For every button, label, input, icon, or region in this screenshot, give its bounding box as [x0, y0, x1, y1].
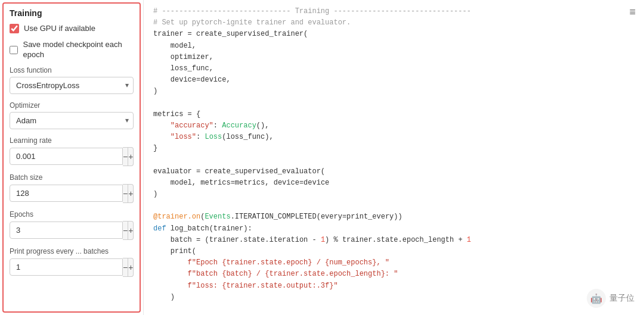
save-checkpoint-label[interactable]: Save model checkpoint each epoch: [23, 40, 134, 60]
batch-size-decrement-button[interactable]: −: [123, 184, 128, 203]
print-every-input[interactable]: [10, 258, 123, 276]
use-gpu-checkbox[interactable]: [10, 24, 19, 33]
epochs-stepper: − +: [10, 221, 134, 240]
learning-rate-decrement-button[interactable]: −: [123, 147, 128, 166]
print-every-stepper: − +: [10, 258, 134, 277]
batch-size-label: Batch size: [10, 173, 134, 182]
save-checkpoint-checkbox[interactable]: [10, 45, 18, 55]
panel-title: Training: [10, 8, 134, 18]
batch-size-group: Batch size − +: [10, 173, 134, 203]
learning-rate-increment-button[interactable]: +: [128, 147, 134, 166]
code-panel: ≡ # ------------------------------ Train…: [143, 0, 644, 315]
epochs-group: Epochs − +: [10, 210, 134, 240]
epochs-increment-button[interactable]: +: [128, 221, 134, 240]
optimizer-label: Optimizer: [10, 101, 134, 110]
optimizer-select-wrapper: Adam SGD RMSprop AdaGrad ▾: [10, 112, 134, 129]
epochs-label: Epochs: [10, 210, 134, 219]
training-panel: Training Use GPU if available Save model…: [2, 2, 141, 313]
batch-size-input[interactable]: [10, 185, 123, 202]
watermark-text: 量子位: [609, 293, 634, 304]
loss-function-group: Loss function CrossEntropyLoss MSELoss B…: [10, 66, 134, 94]
code-content: # ------------------------------ Trainin…: [153, 6, 634, 315]
epochs-decrement-button[interactable]: −: [123, 221, 128, 240]
loss-function-label: Loss function: [10, 66, 134, 74]
batch-size-increment-button[interactable]: +: [128, 184, 134, 203]
optimizer-select[interactable]: Adam SGD RMSprop AdaGrad: [10, 112, 134, 129]
learning-rate-label: Learning rate: [10, 136, 134, 145]
print-every-group: Print progress every ... batches − +: [10, 247, 134, 277]
use-gpu-row: Use GPU if available: [10, 24, 134, 34]
print-every-decrement-button[interactable]: −: [123, 258, 128, 277]
print-every-increment-button[interactable]: +: [128, 258, 134, 277]
loss-function-select[interactable]: CrossEntropyLoss MSELoss BCELoss NLLLoss: [10, 77, 134, 94]
menu-icon[interactable]: ≡: [629, 6, 636, 18]
watermark: 🤖 量子位: [587, 289, 634, 308]
optimizer-group: Optimizer Adam SGD RMSprop AdaGrad ▾: [10, 101, 134, 129]
watermark-logo: 🤖: [587, 289, 606, 308]
epochs-input[interactable]: [10, 222, 123, 239]
save-checkpoint-row: Save model checkpoint each epoch: [10, 40, 134, 60]
print-every-label: Print progress every ... batches: [10, 247, 134, 255]
batch-size-stepper: − +: [10, 184, 134, 203]
loss-function-select-wrapper: CrossEntropyLoss MSELoss BCELoss NLLLoss…: [10, 77, 134, 94]
learning-rate-group: Learning rate − +: [10, 136, 134, 166]
learning-rate-input[interactable]: [10, 148, 123, 165]
learning-rate-stepper: − +: [10, 147, 134, 166]
use-gpu-label[interactable]: Use GPU if available: [24, 24, 95, 34]
